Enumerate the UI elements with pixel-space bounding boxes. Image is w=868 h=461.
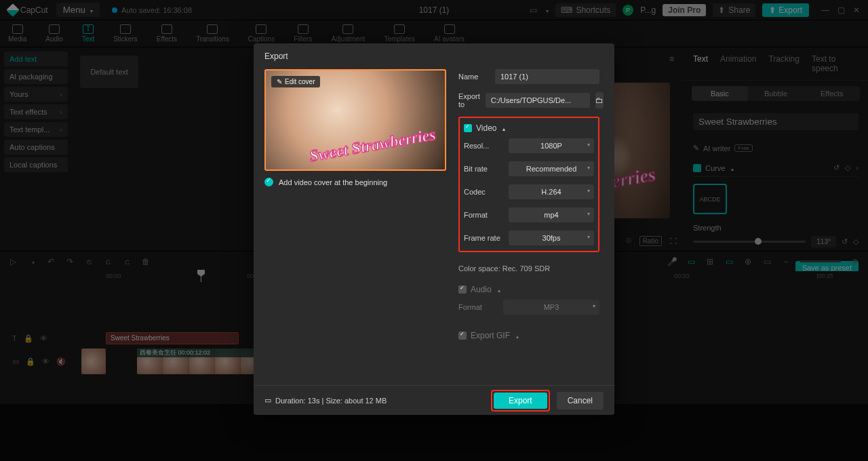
exportto-label: Export to [458,92,480,108]
bitrate-select[interactable]: Recommended [509,161,594,176]
audio-collapse-icon[interactable] [496,285,500,294]
edit-cover-button[interactable]: ✎ Edit cover [271,76,320,87]
gif-collapse-icon[interactable] [514,331,519,340]
exportto-input[interactable] [486,93,590,108]
resolution-select[interactable]: 1080P [509,138,594,153]
gif-checkbox[interactable] [458,332,467,340]
bitrate-label: Bit rate [464,165,503,173]
export-button-highlight: Export [491,390,550,412]
name-input[interactable] [495,69,599,84]
resolution-label: Resol... [464,142,503,150]
modal-title: Export [254,43,614,69]
framerate-label: Frame rate [464,234,503,242]
codec-select[interactable]: H.264 [509,184,594,199]
audio-checkbox[interactable] [458,285,467,294]
cover-preview: ✎ Edit cover Sweet Strawberries [264,69,446,171]
video-collapse-icon[interactable] [500,123,505,133]
film-icon: ▭ [264,396,271,405]
export-confirm-button[interactable]: Export [494,393,547,409]
framerate-select[interactable]: 30fps [509,230,594,245]
name-label: Name [458,73,490,81]
add-cover-checkbox[interactable] [264,178,273,186]
cancel-button[interactable]: Cancel [557,392,604,409]
add-cover-label: Add video cover at the beginning [279,178,387,186]
video-settings-highlight: Video Resol... 1080P Bit rate Recommende… [458,117,599,252]
browse-folder-button[interactable]: 🗀 [595,92,604,108]
format-label: Format [464,211,503,219]
audio-format-label: Format [458,303,498,311]
colorspace-info: Color space: Rec. 709 SDR [458,264,599,273]
video-section-label: Video [476,123,496,133]
gif-section-label: Export GIF [471,331,510,340]
format-select[interactable]: mp4 [509,207,594,222]
audio-format-select: MP3 [503,300,599,315]
audio-section-label: Audio [471,285,492,294]
export-modal: Export ✎ Edit cover Sweet Strawberries A… [254,43,614,415]
cover-text-overlay: Sweet Strawberries [308,125,437,165]
duration-text: Duration: 13s | Size: about 12 MB [275,397,387,405]
codec-label: Codec [464,188,503,196]
video-checkbox[interactable] [464,124,472,132]
